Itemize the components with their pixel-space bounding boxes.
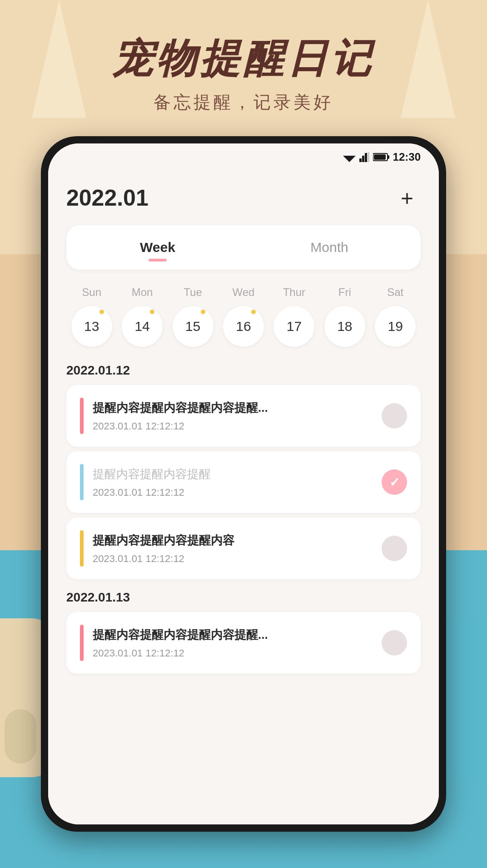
svg-rect-6 [388, 155, 389, 159]
tab-month[interactable]: Month [244, 231, 415, 264]
reminder-item-1-0[interactable]: 提醒内容提醒内容提醒内容提醒... 2023.01.01 12:12:12 [66, 612, 421, 674]
reminder-checkbox-0-2[interactable] [382, 536, 407, 561]
svg-rect-3 [365, 153, 367, 162]
day-sun: Sun [71, 286, 112, 299]
svg-rect-1 [359, 158, 362, 162]
calendar-dates: 13 14 15 16 17 1 [66, 306, 421, 347]
app-title: 宠物提醒日记 [0, 32, 487, 86]
reminder-checkbox-0-1[interactable]: ✓ [382, 469, 407, 495]
reminder-time-0-1: 2023.01.01 12:12:12 [93, 487, 373, 498]
header-date: 2022.01 [66, 185, 149, 211]
section-date-0: 2022.01.12 [66, 363, 421, 378]
reminder-bar-0-1 [80, 464, 84, 500]
status-icons: 12:30 [343, 151, 421, 163]
reminder-title-0-2: 提醒内容提醒内容提醒内容 [93, 533, 373, 548]
tab-container: Week Month [66, 225, 421, 270]
phone-screen: 12:30 2022.01 + Week Month [48, 143, 439, 824]
phone-frame: 12:30 2022.01 + Week Month [41, 136, 446, 832]
date-18[interactable]: 18 [324, 306, 365, 347]
reminder-content-0-1: 提醒内容提醒内容提醒 2023.01.01 12:12:12 [93, 466, 373, 498]
reminder-time-0-0: 2023.01.01 12:12:12 [93, 420, 373, 432]
status-time: 12:30 [393, 151, 421, 163]
reminder-item-0-1[interactable]: 提醒内容提醒内容提醒 2023.01.01 12:12:12 ✓ [66, 451, 421, 513]
reminder-checkbox-0-0[interactable] [382, 403, 407, 429]
date-dot-15 [201, 310, 205, 314]
reminder-checkbox-1-0[interactable] [382, 630, 407, 656]
date-13[interactable]: 13 [71, 306, 112, 347]
tab-week[interactable]: Week [72, 231, 244, 264]
reminder-title-1-0: 提醒内容提醒内容提醒内容提醒... [93, 627, 373, 643]
reminder-content-1-0: 提醒内容提醒内容提醒内容提醒... 2023.01.01 12:12:12 [93, 627, 373, 659]
date-14[interactable]: 14 [122, 306, 163, 347]
app-subtitle: 备忘提醒，记录美好 [0, 91, 487, 114]
svg-rect-7 [374, 154, 386, 160]
reminder-title-0-0: 提醒内容提醒内容提醒内容提醒... [93, 400, 373, 416]
reminder-content-0-0: 提醒内容提醒内容提醒内容提醒... 2023.01.01 12:12:12 [93, 400, 373, 432]
day-mon: Mon [122, 286, 163, 299]
date-15[interactable]: 15 [173, 306, 214, 347]
day-wed: Wed [223, 286, 264, 299]
main-content: 2022.01 + Week Month Sun Mon Tue Wed Thu… [48, 171, 439, 824]
reminder-bar-1-0 [80, 625, 84, 661]
reminder-title-0-1: 提醒内容提醒内容提醒 [93, 466, 373, 482]
tab-week-underline [149, 259, 167, 261]
signal-icon [359, 152, 369, 162]
svg-marker-0 [343, 156, 356, 162]
day-sat: Sat [375, 286, 416, 299]
reminder-bar-0-2 [80, 530, 84, 567]
battery-icon [373, 153, 389, 162]
reminder-item-0-2[interactable]: 提醒内容提醒内容提醒内容 2023.01.01 12:12:12 [66, 518, 421, 579]
date-17[interactable]: 17 [273, 306, 314, 347]
add-button[interactable]: + [393, 184, 421, 212]
checkmark-icon: ✓ [389, 475, 400, 490]
date-dot-13 [99, 310, 104, 314]
reminder-time-0-2: 2023.01.01 12:12:12 [93, 553, 373, 565]
day-headers: Sun Mon Tue Wed Thur Fri Sat [66, 286, 421, 299]
svg-rect-4 [368, 152, 369, 162]
date-dot-16 [251, 310, 256, 314]
status-bar: 12:30 [48, 143, 439, 171]
svg-rect-2 [362, 156, 364, 162]
wifi-icon [343, 152, 356, 162]
day-fri: Fri [324, 286, 365, 299]
day-thur: Thur [273, 286, 314, 299]
date-dot-14 [150, 310, 154, 314]
reminder-item-0-0[interactable]: 提醒内容提醒内容提醒内容提醒... 2023.01.01 12:12:12 [66, 385, 421, 447]
date-19[interactable]: 19 [375, 306, 416, 347]
section-date-1: 2022.01.13 [66, 590, 421, 605]
reminder-content-0-2: 提醒内容提醒内容提醒内容 2023.01.01 12:12:12 [93, 533, 373, 565]
day-tue: Tue [173, 286, 214, 299]
reminder-bar-0-0 [80, 398, 84, 434]
reminder-time-1-0: 2023.01.01 12:12:12 [93, 647, 373, 659]
date-16[interactable]: 16 [223, 306, 264, 347]
header: 2022.01 + [66, 184, 421, 212]
